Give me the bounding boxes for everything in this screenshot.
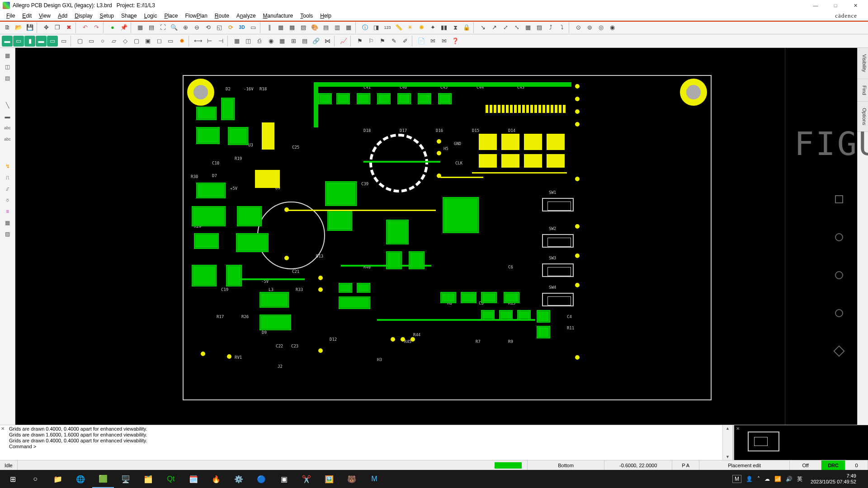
left-tool-3[interactable]: ▤: [3, 73, 13, 83]
worldview-minimap[interactable]: [748, 432, 779, 451]
task-app9[interactable]: 🐻: [341, 470, 363, 488]
shape-rect3-button[interactable]: ▮: [24, 36, 35, 47]
via2-button[interactable]: ⊚: [584, 22, 595, 33]
system-tray[interactable]: M 👤 ˄ ☁ 📶 🔊 英: [729, 475, 806, 483]
left-tool-2[interactable]: ◫: [3, 62, 13, 72]
route7-button[interactable]: ⤴: [545, 22, 556, 33]
draw-poly5-button[interactable]: ◻: [154, 36, 165, 47]
status-drc[interactable]: DRC: [821, 460, 845, 470]
place7-button[interactable]: ▤: [299, 36, 310, 47]
view-3d-button[interactable]: 3D: [236, 22, 247, 33]
via-button[interactable]: ⊙: [573, 22, 584, 33]
new-file-button[interactable]: 🗎: [2, 22, 13, 33]
hourglass-button[interactable]: ⧗: [450, 22, 461, 33]
menu-view[interactable]: View: [35, 12, 54, 20]
shape-rect1-button[interactable]: ▬: [2, 36, 13, 47]
draw-poly2-button[interactable]: ◇: [120, 36, 131, 47]
place2-button[interactable]: ◫: [243, 36, 254, 47]
menu-analyze[interactable]: Analyze: [233, 12, 259, 20]
task-search[interactable]: ○: [24, 470, 46, 488]
task-app6[interactable]: ▣: [273, 470, 295, 488]
route5-button[interactable]: ▦: [523, 22, 533, 33]
task-app10[interactable]: M: [363, 470, 385, 488]
close-button[interactable]: ✕: [845, 0, 865, 11]
left-tool-1[interactable]: ▦: [3, 51, 13, 61]
menu-flowplan[interactable]: FlowPlan: [181, 12, 211, 20]
copy-button[interactable]: ❐: [52, 22, 63, 33]
spreadsheet2-button[interactable]: ▥: [332, 22, 343, 33]
drc3-button[interactable]: ⚑: [377, 36, 388, 47]
cmdlog-scrollbar[interactable]: ▲▼: [722, 425, 732, 460]
mail-button[interactable]: ✉: [427, 36, 438, 47]
menu-tools[interactable]: Tools: [297, 12, 316, 20]
move-button[interactable]: ✥: [41, 22, 52, 33]
refresh-button[interactable]: ⟳: [225, 22, 236, 33]
spreadsheet-button[interactable]: ▤: [321, 22, 331, 33]
net-button[interactable]: ⋈: [322, 36, 333, 47]
task-app8[interactable]: 🖼️: [318, 470, 340, 488]
start-button[interactable]: ⊞: [2, 470, 24, 488]
via4-button[interactable]: ◉: [607, 22, 618, 33]
menu-place[interactable]: Place: [160, 12, 181, 20]
taskbar-clock[interactable]: 7:49 2023/10/25 07:49:52: [807, 473, 860, 485]
crosshatch-button[interactable]: ▩: [287, 22, 297, 33]
left-route3-tool[interactable]: ⎎: [3, 184, 13, 194]
place6-button[interactable]: ⊞: [288, 36, 299, 47]
draw-poly4-button[interactable]: ▣: [142, 36, 153, 47]
place5-button[interactable]: ▦: [277, 36, 288, 47]
task-qq[interactable]: Qt: [160, 470, 182, 488]
grid2-button[interactable]: ▤: [146, 22, 157, 33]
status-off[interactable]: Off: [790, 460, 821, 470]
left-text2-tool[interactable]: abc: [3, 134, 13, 144]
worldview-close-button[interactable]: ✕: [736, 426, 740, 431]
task-app2[interactable]: 🗂️: [137, 470, 159, 488]
route-button[interactable]: ↘: [477, 22, 488, 33]
draw-poly6-button[interactable]: ▭: [165, 36, 176, 47]
palette-button[interactable]: 🎨: [309, 22, 320, 33]
status-layer[interactable]: Bottom: [528, 460, 604, 470]
zoom-out-button[interactable]: ⊖: [191, 22, 202, 33]
task-app1[interactable]: 🖥️: [115, 470, 137, 488]
left-route5-tool[interactable]: ▦: [3, 218, 13, 228]
menu-display[interactable]: Display: [71, 12, 96, 20]
task-explorer[interactable]: 📁: [47, 470, 69, 488]
menu-logic[interactable]: Logic: [141, 12, 161, 20]
drc2-button[interactable]: ⚐: [366, 36, 377, 47]
task-app5[interactable]: ⚙️: [228, 470, 250, 488]
task-edge[interactable]: 🌐: [70, 470, 91, 488]
tray-ime[interactable]: M: [732, 475, 741, 483]
left-rect-tool[interactable]: ▬: [3, 112, 13, 122]
sun-button[interactable]: ☀: [405, 22, 415, 33]
lock-button[interactable]: 🔒: [461, 22, 472, 33]
shape-rect2-button[interactable]: ▭: [13, 36, 24, 47]
place4-button[interactable]: ◉: [265, 36, 276, 47]
wand-button[interactable]: ✎: [388, 36, 399, 47]
report-button[interactable]: 📄: [416, 36, 427, 47]
left-route2-tool[interactable]: ⎍: [3, 173, 13, 183]
task-app7[interactable]: ✂️: [296, 470, 317, 488]
explode-button[interactable]: ✹: [176, 36, 187, 47]
pin-button[interactable]: ●: [107, 22, 118, 33]
table-button[interactable]: ▦: [275, 22, 286, 33]
undo-button[interactable]: ↶: [80, 22, 90, 33]
route3-button[interactable]: ⤢: [500, 22, 511, 33]
tray-cloud-icon[interactable]: ☁: [764, 476, 770, 482]
task-app3[interactable]: 🗓️: [183, 470, 204, 488]
draw-rect2-button[interactable]: ▭: [86, 36, 97, 47]
menu-help[interactable]: Help: [316, 12, 335, 20]
zoom-prev-button[interactable]: ⟲: [203, 22, 213, 33]
pushpin-button[interactable]: 📌: [118, 22, 129, 33]
vlines-button[interactable]: ∥: [264, 22, 275, 33]
draw-rect-button[interactable]: ▢: [75, 36, 85, 47]
tray-volume-icon[interactable]: 🔊: [786, 476, 793, 482]
sun2-button[interactable]: ✺: [416, 22, 427, 33]
menu-shape[interactable]: Shape: [118, 12, 141, 20]
info-button[interactable]: ⓘ: [359, 22, 370, 33]
draw-poly-button[interactable]: ▱: [108, 36, 119, 47]
task-allegro[interactable]: 🟩: [92, 470, 114, 488]
status-pa[interactable]: P A: [672, 460, 699, 470]
ruler-button[interactable]: 📏: [393, 22, 404, 33]
route2-button[interactable]: ↗: [489, 22, 500, 33]
left-line-tool[interactable]: ╲: [3, 100, 13, 110]
help-button[interactable]: ❓: [450, 36, 461, 47]
